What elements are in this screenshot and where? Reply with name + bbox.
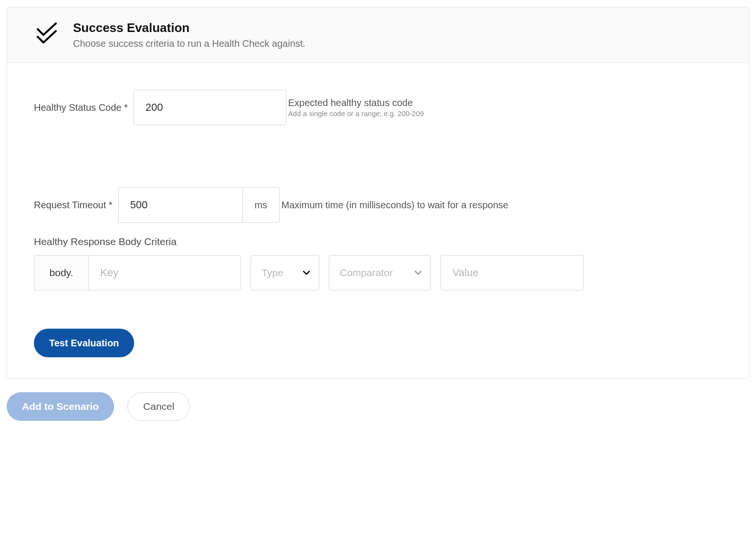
add-to-scenario-button[interactable]: Add to Scenario xyxy=(7,392,114,421)
panel-title-block: Success Evaluation Choose success criter… xyxy=(73,21,305,49)
body-prefix: body. xyxy=(34,255,88,290)
criteria-comparator-select[interactable]: Comparator xyxy=(329,255,431,290)
timeout-hint: Maximum time (in milliseconds) to wait f… xyxy=(282,200,509,211)
comparator-placeholder: Comparator xyxy=(340,267,393,278)
criteria-row: body. Type Comparator xyxy=(34,255,722,290)
status-code-label: Healthy Status Code * xyxy=(34,102,128,113)
success-evaluation-panel: Success Evaluation Choose success criter… xyxy=(7,7,749,379)
panel-subtitle: Choose success criteria to run a Health … xyxy=(73,38,305,49)
panel-body: Healthy Status Code * Expected healthy s… xyxy=(7,63,749,378)
timeout-input[interactable] xyxy=(118,187,242,223)
criteria-key-input[interactable] xyxy=(88,255,241,290)
footer-actions: Add to Scenario Cancel xyxy=(7,379,749,425)
test-evaluation-button[interactable]: Test Evaluation xyxy=(34,329,134,357)
status-code-input[interactable] xyxy=(134,90,286,125)
timeout-unit: ms xyxy=(242,187,280,223)
timeout-row: Request Timeout * ms Maximum time (in mi… xyxy=(34,187,722,223)
cancel-button[interactable]: Cancel xyxy=(127,392,190,421)
double-check-icon xyxy=(35,22,60,43)
criteria-type-select[interactable]: Type xyxy=(251,255,319,290)
body-key-group: body. xyxy=(34,255,241,290)
status-code-hint-sub: Add a single code or a range; e.g. 200-2… xyxy=(288,109,424,118)
criteria-value-input[interactable] xyxy=(441,255,584,290)
status-code-hint-main: Expected healthy status code xyxy=(288,97,424,108)
timeout-label: Request Timeout * xyxy=(34,200,113,211)
type-placeholder: Type xyxy=(262,267,284,278)
timeout-hint-main: Maximum time (in milliseconds) to wait f… xyxy=(282,200,509,211)
chevron-down-icon xyxy=(302,268,311,278)
panel-title: Success Evaluation xyxy=(73,21,305,35)
status-code-hint: Expected healthy status code Add a singl… xyxy=(288,97,424,118)
timeout-input-group: ms xyxy=(118,187,280,223)
chevron-down-icon xyxy=(413,268,423,278)
status-code-row: Healthy Status Code * Expected healthy s… xyxy=(34,90,722,125)
panel-header: Success Evaluation Choose success criter… xyxy=(7,7,749,63)
criteria-section-label: Healthy Response Body Criteria xyxy=(34,236,722,247)
